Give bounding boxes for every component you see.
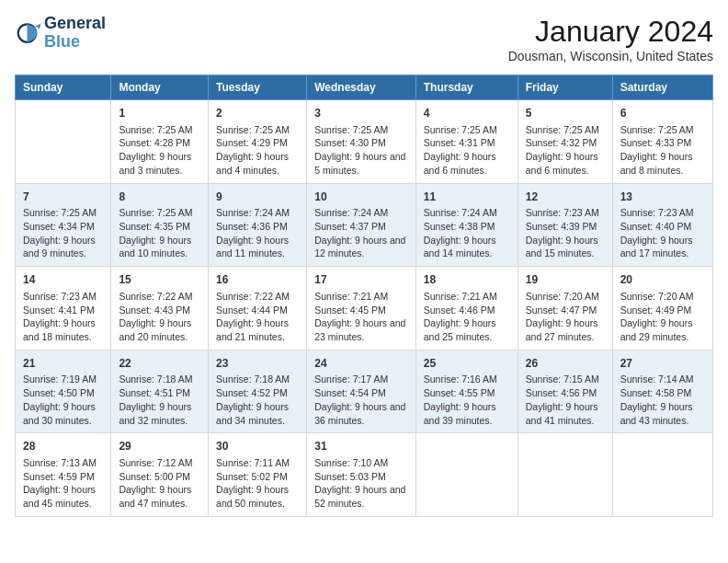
calendar-cell: 30Sunrise: 7:11 AMSunset: 5:02 PMDayligh… xyxy=(209,433,307,517)
calendar-cell: 15Sunrise: 7:22 AMSunset: 4:43 PMDayligh… xyxy=(111,267,209,350)
day-number: 25 xyxy=(424,356,510,372)
day-info: Sunrise: 7:17 AMSunset: 4:54 PMDaylight:… xyxy=(314,373,408,427)
day-info: Sunrise: 7:21 AMSunset: 4:45 PMDaylight:… xyxy=(314,290,408,344)
calendar-week-row: 14Sunrise: 7:23 AMSunset: 4:41 PMDayligh… xyxy=(16,267,713,350)
column-header-sunday: Sunday xyxy=(16,75,111,100)
day-info: Sunrise: 7:18 AMSunset: 4:51 PMDaylight:… xyxy=(119,373,200,427)
day-number: 10 xyxy=(314,190,408,205)
calendar-week-row: 7Sunrise: 7:25 AMSunset: 4:34 PMDaylight… xyxy=(16,183,713,267)
day-info: Sunrise: 7:20 AMSunset: 4:49 PMDaylight:… xyxy=(620,290,705,344)
day-info: Sunrise: 7:24 AMSunset: 4:37 PMDaylight:… xyxy=(314,206,408,260)
calendar-cell: 5Sunrise: 7:25 AMSunset: 4:32 PMDaylight… xyxy=(518,100,612,184)
day-info: Sunrise: 7:15 AMSunset: 4:56 PMDaylight:… xyxy=(526,373,605,427)
calendar-cell: 2Sunrise: 7:25 AMSunset: 4:29 PMDaylight… xyxy=(209,100,307,184)
day-info: Sunrise: 7:25 AMSunset: 4:33 PMDaylight:… xyxy=(620,123,705,178)
calendar-cell: 25Sunrise: 7:16 AMSunset: 4:55 PMDayligh… xyxy=(415,350,518,433)
calendar-cell: 7Sunrise: 7:25 AMSunset: 4:34 PMDaylight… xyxy=(16,183,111,267)
calendar-cell: 8Sunrise: 7:25 AMSunset: 4:35 PMDaylight… xyxy=(111,183,209,267)
day-info: Sunrise: 7:22 AMSunset: 4:44 PMDaylight:… xyxy=(216,290,299,344)
day-number: 1 xyxy=(119,106,200,121)
calendar-cell: 22Sunrise: 7:18 AMSunset: 4:51 PMDayligh… xyxy=(111,350,209,433)
day-info: Sunrise: 7:18 AMSunset: 4:52 PMDaylight:… xyxy=(216,373,299,427)
day-number: 27 xyxy=(620,356,705,372)
column-header-monday: Monday xyxy=(111,75,209,100)
calendar-cell xyxy=(612,433,712,517)
day-info: Sunrise: 7:25 AMSunset: 4:32 PMDaylight:… xyxy=(526,123,605,178)
calendar-cell: 17Sunrise: 7:21 AMSunset: 4:45 PMDayligh… xyxy=(307,267,416,350)
day-info: Sunrise: 7:25 AMSunset: 4:35 PMDaylight:… xyxy=(119,206,200,260)
day-info: Sunrise: 7:21 AMSunset: 4:46 PMDaylight:… xyxy=(424,290,510,344)
day-number: 6 xyxy=(620,106,705,121)
day-number: 18 xyxy=(424,272,510,288)
day-number: 26 xyxy=(526,356,605,372)
calendar-cell: 23Sunrise: 7:18 AMSunset: 4:52 PMDayligh… xyxy=(209,350,307,433)
column-header-friday: Friday xyxy=(518,75,612,100)
day-number: 9 xyxy=(216,190,299,205)
day-info: Sunrise: 7:22 AMSunset: 4:43 PMDaylight:… xyxy=(119,290,200,344)
calendar-week-row: 1Sunrise: 7:25 AMSunset: 4:28 PMDaylight… xyxy=(16,100,713,184)
day-number: 7 xyxy=(23,190,103,205)
logo: General Blue xyxy=(15,15,106,52)
calendar-cell: 16Sunrise: 7:22 AMSunset: 4:44 PMDayligh… xyxy=(209,267,307,350)
day-info: Sunrise: 7:25 AMSunset: 4:30 PMDaylight:… xyxy=(314,123,408,178)
calendar-cell: 19Sunrise: 7:20 AMSunset: 4:47 PMDayligh… xyxy=(518,267,612,350)
day-number: 12 xyxy=(526,190,605,205)
calendar-cell: 20Sunrise: 7:20 AMSunset: 4:49 PMDayligh… xyxy=(612,267,712,350)
day-info: Sunrise: 7:24 AMSunset: 4:38 PMDaylight:… xyxy=(424,206,510,260)
calendar-table: SundayMondayTuesdayWednesdayThursdayFrid… xyxy=(15,75,713,517)
calendar-cell: 13Sunrise: 7:23 AMSunset: 4:40 PMDayligh… xyxy=(612,183,712,267)
page-header: General Blue January 2024 Dousman, Wisco… xyxy=(15,15,713,63)
column-header-tuesday: Tuesday xyxy=(209,75,307,100)
column-header-thursday: Thursday xyxy=(415,75,518,100)
day-number: 15 xyxy=(119,272,200,288)
day-number: 13 xyxy=(620,190,705,205)
title-block: January 2024 Dousman, Wisconsin, United … xyxy=(508,15,713,63)
calendar-cell: 24Sunrise: 7:17 AMSunset: 4:54 PMDayligh… xyxy=(307,350,416,433)
calendar-week-row: 21Sunrise: 7:19 AMSunset: 4:50 PMDayligh… xyxy=(16,350,713,433)
day-number: 23 xyxy=(216,356,299,372)
day-info: Sunrise: 7:25 AMSunset: 4:31 PMDaylight:… xyxy=(424,123,510,178)
day-number: 2 xyxy=(216,106,299,121)
day-info: Sunrise: 7:25 AMSunset: 4:29 PMDaylight:… xyxy=(216,123,299,178)
day-number: 5 xyxy=(526,106,605,121)
day-info: Sunrise: 7:24 AMSunset: 4:36 PMDaylight:… xyxy=(216,206,299,260)
day-number: 3 xyxy=(314,106,408,121)
calendar-cell: 28Sunrise: 7:13 AMSunset: 4:59 PMDayligh… xyxy=(16,433,111,517)
calendar-cell: 9Sunrise: 7:24 AMSunset: 4:36 PMDaylight… xyxy=(209,183,307,267)
day-info: Sunrise: 7:14 AMSunset: 4:58 PMDaylight:… xyxy=(620,373,705,427)
calendar-body: 1Sunrise: 7:25 AMSunset: 4:28 PMDaylight… xyxy=(16,100,713,517)
day-number: 29 xyxy=(119,439,200,454)
day-info: Sunrise: 7:16 AMSunset: 4:55 PMDaylight:… xyxy=(424,373,510,427)
day-info: Sunrise: 7:11 AMSunset: 5:02 PMDaylight:… xyxy=(216,456,299,511)
calendar-cell: 29Sunrise: 7:12 AMSunset: 5:00 PMDayligh… xyxy=(111,433,209,517)
calendar-cell: 18Sunrise: 7:21 AMSunset: 4:46 PMDayligh… xyxy=(415,267,518,350)
column-header-saturday: Saturday xyxy=(612,75,712,100)
day-number: 28 xyxy=(23,439,103,454)
calendar-cell: 27Sunrise: 7:14 AMSunset: 4:58 PMDayligh… xyxy=(612,350,712,433)
day-number: 8 xyxy=(119,190,200,205)
calendar-cell xyxy=(415,433,518,517)
calendar-cell: 6Sunrise: 7:25 AMSunset: 4:33 PMDaylight… xyxy=(612,100,712,184)
day-info: Sunrise: 7:12 AMSunset: 5:00 PMDaylight:… xyxy=(119,456,200,511)
day-info: Sunrise: 7:25 AMSunset: 4:34 PMDaylight:… xyxy=(23,206,103,260)
day-info: Sunrise: 7:20 AMSunset: 4:47 PMDaylight:… xyxy=(526,290,605,344)
day-number: 21 xyxy=(23,356,103,372)
day-number: 22 xyxy=(119,356,200,372)
location-title: Dousman, Wisconsin, United States xyxy=(508,49,713,63)
calendar-cell xyxy=(518,433,612,517)
calendar-cell: 11Sunrise: 7:24 AMSunset: 4:38 PMDayligh… xyxy=(415,183,518,267)
column-header-wednesday: Wednesday xyxy=(307,75,416,100)
calendar-cell: 21Sunrise: 7:19 AMSunset: 4:50 PMDayligh… xyxy=(16,350,111,433)
day-info: Sunrise: 7:23 AMSunset: 4:39 PMDaylight:… xyxy=(526,206,605,260)
day-info: Sunrise: 7:13 AMSunset: 4:59 PMDaylight:… xyxy=(23,456,103,511)
month-title: January 2024 xyxy=(508,15,713,49)
calendar-cell: 3Sunrise: 7:25 AMSunset: 4:30 PMDaylight… xyxy=(307,100,416,184)
day-number: 24 xyxy=(314,356,408,372)
day-info: Sunrise: 7:23 AMSunset: 4:41 PMDaylight:… xyxy=(23,290,103,344)
day-number: 14 xyxy=(23,272,103,288)
calendar-cell xyxy=(16,100,111,184)
day-info: Sunrise: 7:19 AMSunset: 4:50 PMDaylight:… xyxy=(23,373,103,427)
day-number: 4 xyxy=(424,106,510,121)
calendar-cell: 26Sunrise: 7:15 AMSunset: 4:56 PMDayligh… xyxy=(518,350,612,433)
calendar-cell: 31Sunrise: 7:10 AMSunset: 5:03 PMDayligh… xyxy=(307,433,416,517)
